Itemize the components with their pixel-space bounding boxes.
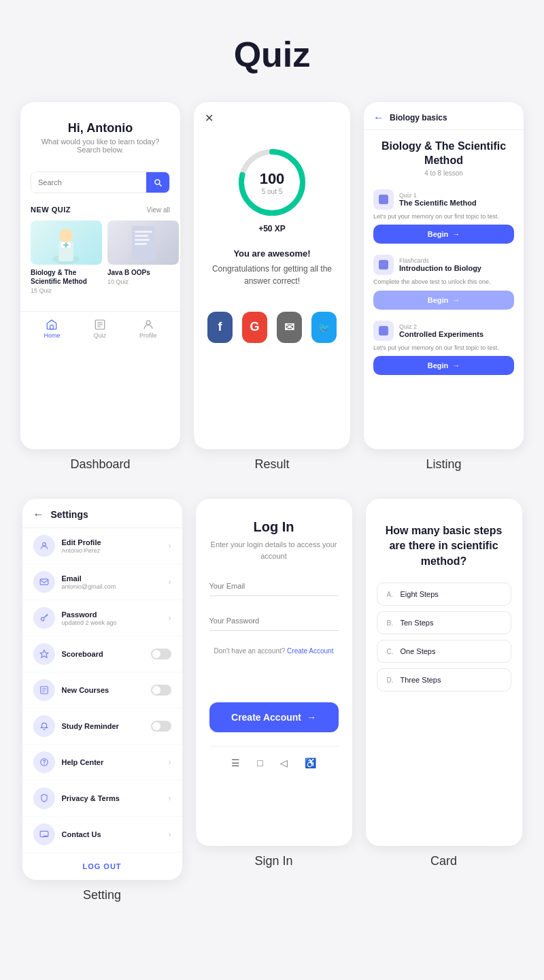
begin-button-2[interactable]: Begin → (373, 291, 514, 310)
settings-item-new-courses[interactable]: New Courses (22, 672, 182, 708)
result-card: ✕ 100 5 out 5 +50 XP You are awesome! Co… (194, 102, 350, 449)
result-screen: ✕ 100 5 out 5 +50 XP You are awesome! Co… (194, 102, 350, 492)
scoreboard-icon (33, 643, 55, 665)
android-bar: ☰ □ ◁ ♿ (209, 746, 339, 772)
view-all-link[interactable]: View all (147, 206, 170, 214)
course-card-1[interactable]: Biology & The Scientific Method 15 Quiz (31, 220, 102, 294)
listing-icon-2 (373, 255, 394, 275)
listing-item-header-2: Flashcards Introduction to Biology (373, 255, 514, 275)
begin-button-1[interactable]: Begin → (373, 225, 514, 244)
course-card-2[interactable]: Java B OOPs 10 Quiz (107, 220, 179, 294)
settings-item-edit-profile[interactable]: Edit Profile Antonio Perez › (22, 528, 182, 564)
create-account-link[interactable]: Create Account (287, 647, 333, 655)
option-text-c: One Steps (401, 647, 436, 655)
settings-label: Setting (83, 888, 121, 902)
result-msg-title: You are awesome! (207, 247, 337, 261)
begin-button-3[interactable]: Begin → (373, 356, 514, 375)
arrow-icon: → (307, 712, 316, 723)
card-option-d[interactable]: D. Three Steps (377, 668, 511, 691)
java-icon (126, 223, 160, 263)
study-reminder-toggle[interactable] (151, 721, 171, 732)
result-label: Result (254, 457, 289, 472)
svg-rect-8 (135, 235, 148, 237)
dashboard-screen: Hi, Antonio What would you like to learn… (20, 102, 180, 492)
course-name-1: Biology & The Scientific Method (31, 268, 102, 286)
back-button[interactable]: ← (373, 112, 384, 124)
listing-icon-3 (373, 321, 394, 341)
email-icon (33, 571, 55, 593)
listing-item-meta-2: Flashcards Introduction to Biology (399, 257, 514, 272)
logout-button[interactable]: LOG OUT (22, 853, 182, 880)
google-button[interactable]: G (242, 312, 267, 343)
listing-item-desc-2: Complete the above test to unlock this o… (373, 278, 514, 287)
create-account-button[interactable]: Create Account → (209, 702, 339, 732)
scoreboard-toggle[interactable] (151, 649, 171, 659)
privacy-icon (33, 787, 55, 809)
dash-header: Hi, Antonio What would you like to learn… (20, 102, 180, 165)
edit-profile-text: Edit Profile Antonio Perez (62, 538, 162, 554)
card-option-c[interactable]: C. One Steps (377, 640, 511, 663)
card-label: Card (430, 854, 457, 868)
listing-item-header-3: Quiz 2 Controlled Experiments (373, 321, 514, 341)
close-button[interactable]: ✕ (194, 102, 350, 125)
star-icon (39, 649, 49, 659)
listing-item-name-1: The Scientific Method (399, 199, 514, 207)
card-quiz: How many basic steps are there in scient… (366, 499, 522, 846)
option-text-a: Eight Steps (401, 590, 439, 598)
nav-home[interactable]: Home (44, 318, 60, 339)
signin-subtitle: Enter your login details to access your … (209, 539, 339, 561)
chevron-icon-8: › (169, 794, 171, 803)
password-field (209, 611, 339, 631)
settings-screen: ← Settings Edit Profile Antonio Perez › (22, 499, 182, 923)
settings-item-password[interactable]: Password updated 2 week ago › (22, 600, 182, 636)
search-input[interactable] (31, 173, 146, 192)
dash-section-header: NEW QUIZ View all (20, 200, 180, 218)
dash-courses: Biology & The Scientific Method 15 Quiz (20, 218, 180, 301)
card-question: How many basic steps are there in scient… (377, 512, 511, 583)
scoreboard-title: Scoreboard (62, 650, 144, 658)
listing-item-3: Quiz 2 Controlled Experiments Let's put … (364, 315, 524, 381)
settings-item-email[interactable]: Email antonio@gmail.com › (22, 564, 182, 600)
card-option-a[interactable]: A. Eight Steps (377, 583, 511, 606)
course-card-info-1: Biology & The Scientific Method 15 Quiz (31, 268, 102, 294)
facebook-button[interactable]: f (207, 312, 233, 343)
listing-card: ← Biology basics Biology & The Scientifi… (364, 102, 524, 449)
password-input[interactable] (209, 611, 339, 631)
new-courses-title: New Courses (62, 686, 144, 694)
search-button[interactable] (146, 172, 169, 193)
twitter-button[interactable]: 🐦 (311, 312, 337, 343)
result-circle-area: 100 5 out 5 +50 XP (194, 125, 350, 247)
listing-item-name-2: Introduction to Biology (399, 264, 514, 272)
envelope-icon (39, 577, 49, 587)
quiz-icon (94, 318, 106, 331)
settings-item-study-reminder[interactable]: Study Reminder (22, 708, 182, 745)
signin-card: Log In Enter your login details to acces… (196, 499, 352, 846)
settings-item-help[interactable]: Help Center › (22, 745, 182, 781)
svg-rect-10 (135, 243, 147, 245)
svg-marker-22 (40, 650, 48, 657)
listing-item-type-3: Quiz 2 (399, 323, 514, 330)
listing-main-title: Biology & The Scientific Method (364, 130, 524, 169)
settings-item-scoreboard[interactable]: Scoreboard (22, 636, 182, 672)
settings-back-button[interactable]: ← (33, 508, 44, 521)
signin-title: Log In (209, 519, 339, 535)
settings-item-privacy[interactable]: Privacy & Terms › (22, 781, 182, 817)
course-thumb-bg-1 (31, 220, 102, 265)
new-courses-toggle[interactable] (151, 685, 171, 696)
course-thumb-bg-2 (107, 220, 179, 265)
back-triangle-icon: ◁ (280, 757, 288, 768)
listing-icon-1 (373, 189, 394, 210)
email-text: Email antonio@gmail.com (62, 574, 162, 590)
contact-text: Contact Us (62, 830, 162, 838)
chevron-icon-9: › (169, 830, 171, 839)
email-input[interactable] (209, 576, 339, 596)
nav-profile[interactable]: Profile (139, 318, 157, 339)
email-button[interactable]: ✉ (277, 312, 302, 343)
settings-item-contact[interactable]: Contact Us › (22, 817, 182, 853)
card-option-b[interactable]: B. Ten Steps (377, 611, 511, 634)
result-message: You are awesome! Congratulations for get… (194, 247, 350, 301)
create-btn-label: Create Account (231, 712, 301, 723)
svg-rect-5 (65, 242, 67, 248)
nav-quiz[interactable]: Quiz (93, 318, 106, 339)
course-thumb-2 (107, 220, 179, 265)
